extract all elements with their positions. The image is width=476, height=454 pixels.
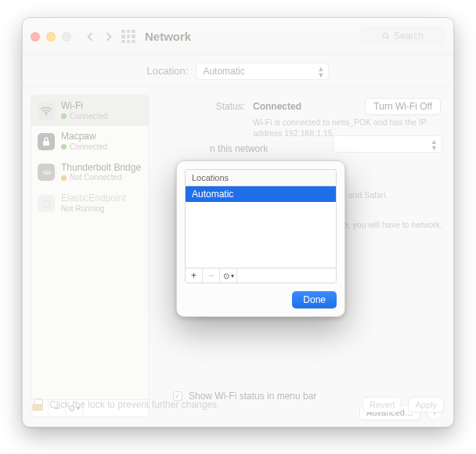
network-prefpane-window: Network Search Location: Automatic ▲▼ Wi… xyxy=(22,17,454,427)
location-actions-menu[interactable]: ⊙▾ xyxy=(220,268,237,283)
add-location-button[interactable]: + xyxy=(186,268,203,283)
done-button[interactable]: Done xyxy=(292,291,337,308)
remove-location-button[interactable]: − xyxy=(203,268,220,283)
locations-list[interactable]: Locations Automatic xyxy=(185,169,337,268)
location-item[interactable]: Automatic xyxy=(186,186,336,202)
locations-toolbar: + − ⊙▾ xyxy=(185,268,337,283)
locations-column-header: Locations xyxy=(186,170,336,186)
locations-modal: Locations Automatic + − ⊙▾ Done xyxy=(176,160,345,317)
